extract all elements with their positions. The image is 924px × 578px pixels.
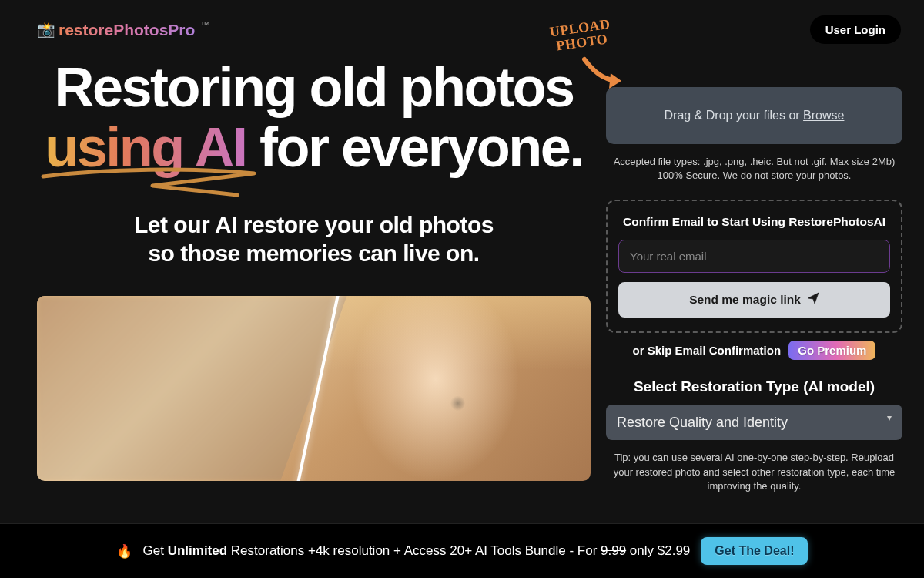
hero-line-2-rest: for everyone. — [246, 116, 583, 178]
restoration-type-select[interactable]: Restore Quality and Identity — [606, 405, 902, 440]
logo[interactable]: 📸 restorePhotosPro ™ — [37, 21, 210, 39]
model-select-label: Select Restoration Type (AI model) — [606, 378, 902, 395]
file-dropzone[interactable]: Drag & Drop your files or Browse — [606, 87, 902, 144]
new-price: only $2.99 — [626, 543, 690, 558]
email-confirmation-box: Confirm Email to Start Using RestorePhot… — [606, 200, 902, 333]
fire-icon: 🔥 — [116, 543, 132, 560]
go-premium-button[interactable]: Go Premium — [788, 341, 875, 360]
user-login-button[interactable]: User Login — [810, 15, 901, 44]
email-box-title: Confirm Email to Start Using RestorePhot… — [618, 215, 890, 229]
logo-trademark: ™ — [200, 19, 210, 31]
skip-email-text: or Skip Email Confirmation — [633, 344, 782, 357]
arrow-icon — [580, 55, 626, 93]
email-field[interactable] — [618, 240, 890, 273]
before-after-image — [37, 296, 591, 481]
banner-text: Get Unlimited Restorations +4k resolutio… — [143, 543, 691, 559]
hero-subtitle: Let our AI restore your old photos so th… — [37, 210, 591, 268]
promo-banner: 🔥 Get Unlimited Restorations +4k resolut… — [0, 523, 924, 578]
hero-line-1: Restoring old photos — [55, 56, 574, 118]
browse-link[interactable]: Browse — [803, 109, 844, 122]
model-tip-text: Tip: you can use several AI one-by-one s… — [606, 451, 902, 493]
file-type-note: Accepted file types: .jpg, .png, .heic. … — [606, 155, 902, 183]
paper-plane-icon — [807, 292, 819, 307]
skip-email-row: or Skip Email Confirmation Go Premium — [606, 341, 902, 360]
logo-text: restorePhotosPro — [59, 21, 195, 39]
old-price: 9.99 — [601, 543, 626, 558]
dropzone-text: Drag & Drop your files or — [665, 109, 804, 122]
hero-gradient-text: using AI — [45, 118, 246, 178]
hero-title: Restoring old photos using AI for everyo… — [37, 58, 591, 178]
get-deal-button[interactable]: Get The Deal! — [701, 537, 808, 565]
send-magic-link-button[interactable]: Send me magic link — [618, 282, 890, 318]
camera-icon: 📸 — [37, 21, 55, 39]
